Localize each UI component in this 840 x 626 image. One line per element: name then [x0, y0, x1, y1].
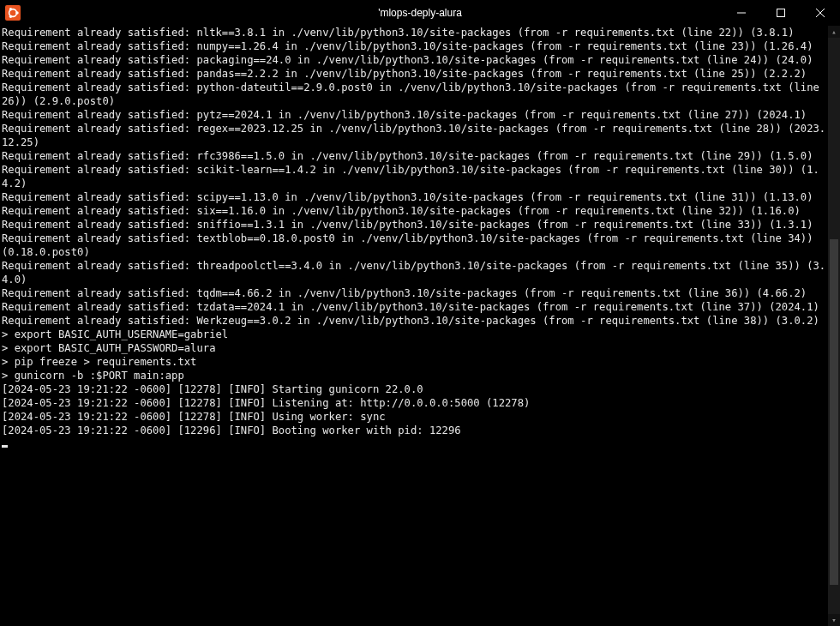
scroll-up-arrow[interactable]: ▴: [828, 26, 840, 38]
terminal-output[interactable]: Requirement already satisfied: nltk==3.8…: [0, 26, 828, 626]
vertical-scrollbar[interactable]: ▴ ▾: [828, 26, 840, 626]
window-title: 'mlops-deply-alura: [0, 7, 840, 19]
titlebar[interactable]: 'mlops-deply-alura: [0, 0, 840, 26]
svg-rect-6: [777, 9, 785, 17]
window-controls: [722, 0, 840, 26]
ubuntu-icon: [5, 5, 21, 21]
terminal-area: Requirement already satisfied: nltk==3.8…: [0, 26, 840, 626]
terminal-cursor: [2, 445, 8, 448]
window: 'mlops-deply-alura Requirement already s…: [0, 0, 840, 626]
svg-point-2: [15, 11, 18, 14]
svg-point-4: [9, 15, 12, 18]
close-button[interactable]: [801, 0, 840, 26]
scroll-thumb[interactable]: [830, 239, 838, 585]
svg-point-3: [9, 8, 12, 10]
minimize-button[interactable]: [722, 0, 761, 26]
scroll-track[interactable]: [828, 38, 840, 614]
scroll-down-arrow[interactable]: ▾: [828, 614, 840, 626]
maximize-button[interactable]: [761, 0, 801, 26]
